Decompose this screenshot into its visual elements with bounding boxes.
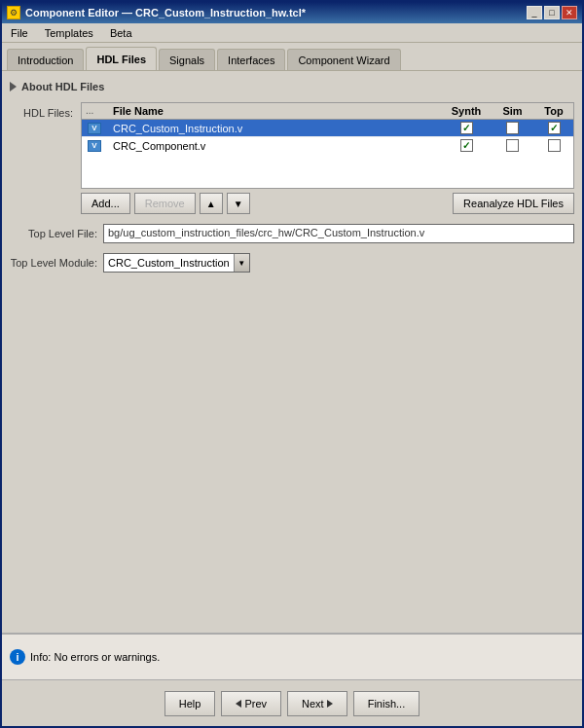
minimize-button[interactable]: _ xyxy=(527,6,542,19)
content-spacer xyxy=(10,273,574,625)
top-check-1[interactable]: ✓ xyxy=(534,122,573,134)
prev-arrow-icon xyxy=(236,700,241,708)
up-button[interactable]: ▲ xyxy=(200,193,223,214)
file-icon-1: V xyxy=(82,123,111,134)
top-level-module-row: Top Level Module: CRC_Custom_Instruction… xyxy=(10,253,574,273)
table-row[interactable]: V CRC_Component.v ✓ ✓ ✓ xyxy=(82,137,573,154)
bottom-bar: Help Prev Next Finish... xyxy=(2,679,582,726)
maximize-button[interactable]: □ xyxy=(544,6,560,19)
menu-beta[interactable]: Beta xyxy=(104,26,138,40)
synth-check-1[interactable]: ✓ xyxy=(442,122,491,134)
top-level-module-label: Top Level Module: xyxy=(10,257,97,269)
table-body: V CRC_Custom_Instruction.v ✓ ✓ ✓ xyxy=(82,120,573,188)
table-row[interactable]: V CRC_Custom_Instruction.v ✓ ✓ ✓ xyxy=(82,120,573,137)
col-icon-header: ... xyxy=(82,105,111,117)
menu-file[interactable]: File xyxy=(5,26,34,40)
tab-interfaces[interactable]: Interfaces xyxy=(217,49,285,70)
top-level-module-select[interactable]: CRC_Custom_Instruction ▼ xyxy=(103,253,250,273)
next-arrow-icon xyxy=(327,700,333,708)
main-content: About HDL Files HDL Files: ... File Name… xyxy=(2,70,582,633)
tab-introduction[interactable]: Introduction xyxy=(7,49,84,70)
hdl-file-table: ... File Name Synth Sim Top V xyxy=(81,102,574,189)
sim-check-1[interactable]: ✓ xyxy=(491,122,534,134)
tab-signals[interactable]: Signals xyxy=(159,49,215,70)
table-header: ... File Name Synth Sim Top xyxy=(82,103,573,120)
hdl-files-label: HDL Files: xyxy=(10,107,73,119)
hdl-files-section: HDL Files: ... File Name Synth Sim Top xyxy=(10,102,574,214)
top-level-module-value: CRC_Custom_Instruction xyxy=(104,255,234,271)
col-sim-header: Sim xyxy=(491,105,534,117)
col-top-header: Top xyxy=(534,105,573,117)
tab-component-wizard[interactable]: Component Wizard xyxy=(287,49,400,70)
remove-button[interactable]: Remove xyxy=(134,193,196,214)
menu-templates[interactable]: Templates xyxy=(39,26,99,40)
menu-bar: File Templates Beta xyxy=(2,23,582,43)
about-section: About HDL Files xyxy=(10,79,574,94)
top-level-file-input[interactable]: bg/ug_custom_instruction_files/crc_hw/CR… xyxy=(103,224,574,243)
filename-2: CRC_Component.v xyxy=(111,140,442,152)
main-window: ⚙ Component Editor — CRC_Custom_Instruct… xyxy=(0,0,584,728)
finish-button[interactable]: Finish... xyxy=(353,691,420,716)
col-synth-header: Synth xyxy=(442,105,491,117)
synth-check-2[interactable]: ✓ xyxy=(442,139,491,152)
hdl-buttons-row: Add... Remove ▲ ▼ Reanalyze HDL Files xyxy=(81,193,574,214)
top-check-2[interactable]: ✓ xyxy=(534,139,573,152)
tab-hdl-files[interactable]: HDL Files xyxy=(86,47,157,70)
next-button[interactable]: Next xyxy=(287,691,347,716)
select-dropdown-icon[interactable]: ▼ xyxy=(234,254,249,272)
add-button[interactable]: Add... xyxy=(81,193,130,214)
prev-button[interactable]: Prev xyxy=(221,691,281,716)
status-message: Info: No errors or warnings. xyxy=(30,651,160,663)
reanalyze-button[interactable]: Reanalyze HDL Files xyxy=(453,193,574,214)
file-icon-2: V xyxy=(82,140,111,152)
tab-bar: Introduction HDL Files Signals Interface… xyxy=(2,43,582,70)
title-bar: ⚙ Component Editor — CRC_Custom_Instruct… xyxy=(2,2,582,23)
status-bar: i Info: No errors or warnings. xyxy=(2,633,582,679)
sim-check-2[interactable]: ✓ xyxy=(491,139,534,152)
info-icon: i xyxy=(10,649,25,665)
window-icon: ⚙ xyxy=(7,6,20,19)
help-button[interactable]: Help xyxy=(164,691,216,716)
top-level-file-label: Top Level File: xyxy=(10,228,97,239)
down-button[interactable]: ▼ xyxy=(227,193,250,214)
close-button[interactable]: ✕ xyxy=(562,6,577,19)
top-level-file-row: Top Level File: bg/ug_custom_instruction… xyxy=(10,224,574,243)
window-title: Component Editor — CRC_Custom_Instructio… xyxy=(25,7,306,18)
about-expand-icon[interactable] xyxy=(10,82,17,91)
filename-1: CRC_Custom_Instruction.v xyxy=(111,123,442,134)
col-filename-header: File Name xyxy=(111,105,442,117)
about-label: About HDL Files xyxy=(21,81,104,92)
